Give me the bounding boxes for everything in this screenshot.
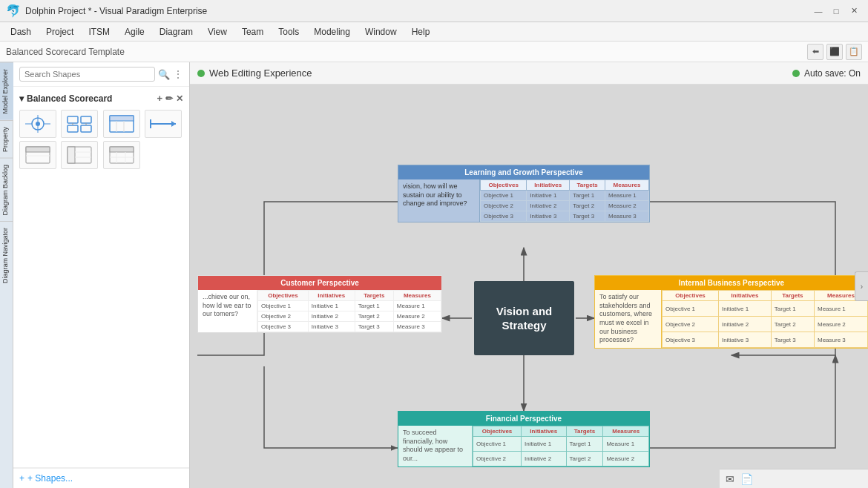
shape-item-2[interactable]	[61, 110, 98, 138]
email-icon[interactable]: ✉	[726, 473, 734, 485]
learning-row-1: Objective 1 Initiative 1 Target 1 Measur…	[481, 191, 649, 201]
title-bar: 🐬 Dolphin Project * - Visual Paradigm En…	[0, 0, 868, 22]
customer-row-2: Objective 2 Initiative 2 Target 2 Measur…	[258, 311, 441, 322]
svg-rect-13	[110, 116, 134, 121]
svg-rect-20	[26, 147, 50, 152]
diagram-backlog-tab[interactable]: Diagram Backlog	[0, 158, 13, 222]
autosave-label: Auto save: On	[792, 68, 861, 79]
add-section-icon[interactable]: +	[157, 93, 162, 104]
internal-row-1: Objective 1 Initiative 1 Target 1 Measur…	[662, 301, 868, 317]
toolbar-btn-2[interactable]: ⬛	[826, 44, 843, 60]
shape-item-1[interactable]	[19, 110, 56, 138]
canvas-topbar: Web Editing Experience Auto save: On	[190, 62, 868, 85]
more-options-icon[interactable]: ⋮	[173, 68, 183, 80]
search-icon[interactable]: 🔍	[158, 69, 170, 80]
svg-rect-27	[110, 147, 134, 152]
shape-item-7[interactable]	[103, 141, 140, 169]
model-explorer-tab[interactable]: Model Explorer	[0, 62, 13, 120]
menu-bar: Dash Project ITSM Agile Diagram View Tea…	[0, 22, 868, 42]
customer-row-3: Objective 3 Initiative 3 Target 3 Measur…	[258, 322, 441, 332]
svg-rect-6	[68, 116, 78, 123]
shapes-header: ▾ Balanced Scorecard + ✏ ✕	[19, 90, 183, 107]
menu-item-itsm[interactable]: ITSM	[81, 24, 117, 39]
maximize-button[interactable]: □	[828, 4, 844, 18]
internal-description: To satisfy our stakeholders and customer…	[595, 290, 662, 348]
learning-col-4: Measures	[605, 180, 648, 191]
menu-item-help[interactable]: Help	[404, 24, 438, 39]
financial-description: To succeed financially, how should we ap…	[398, 426, 473, 466]
financial-row-2: Objective 2 Initiative 2 Target 2 Measur…	[473, 451, 649, 466]
menu-item-team[interactable]: Team	[234, 24, 271, 39]
green-dot-icon	[197, 70, 205, 77]
shape-item-4[interactable]	[145, 110, 182, 138]
svg-rect-8	[68, 125, 78, 132]
shape-item-6[interactable]	[61, 141, 98, 169]
menu-item-dash[interactable]: Dash	[3, 24, 39, 39]
title-text: Dolphin Project * - Visual Paradigm Ente…	[25, 6, 810, 16]
learning-col-3: Targets	[570, 180, 605, 191]
customer-perspective-box[interactable]: Customer Perspective ...chieve our on, h…	[197, 275, 442, 333]
minimize-button[interactable]: —	[810, 4, 826, 18]
learning-perspective-box[interactable]: Learning and Growth Perspective vision, …	[398, 165, 650, 222]
customer-table: Objectives Initiatives Targets Measures …	[257, 290, 441, 332]
internal-perspective-box[interactable]: Internal Business Perspective To satisfy…	[594, 275, 868, 349]
customer-row-1: Objective 1 Initiative 1 Target 1 Measur…	[258, 301, 441, 311]
toggle-icon[interactable]: ▾	[19, 93, 24, 104]
search-bar: 🔍 ⋮	[13, 62, 189, 87]
shape-grid	[19, 107, 183, 172]
property-tab[interactable]: Property	[0, 120, 13, 158]
svg-marker-17	[171, 121, 176, 127]
autosave-dot-icon	[792, 70, 800, 77]
plus-icon: +	[19, 473, 24, 484]
internal-header: Internal Business Perspective	[595, 276, 868, 290]
learning-row-3: Objective 3 Initiative 3 Target 3 Measur…	[481, 211, 649, 222]
learning-description: vision, how will we sustain our ability …	[398, 179, 480, 222]
search-input[interactable]	[19, 67, 155, 82]
export-icon[interactable]: 📄	[740, 473, 753, 485]
edit-section-icon[interactable]: ✏	[165, 93, 173, 104]
diagram-navigator-tab[interactable]: Diagram Navigator	[0, 221, 13, 289]
internal-row-2: Objective 2 Initiative 2 Target 2 Measur…	[662, 317, 868, 332]
collapse-panel-button[interactable]: ›	[855, 271, 868, 301]
svg-rect-9	[81, 125, 91, 132]
internal-row-3: Objective 3 Initiative 3 Target 3 Measur…	[662, 332, 868, 348]
customer-description: ...chieve our on, how ld we ear to our t…	[198, 290, 257, 332]
menu-item-project[interactable]: Project	[39, 24, 81, 39]
menu-item-modeling[interactable]: Modeling	[306, 24, 358, 39]
financial-row-1: Objective 1 Initiative 1 Target 1 Measur…	[473, 437, 649, 452]
financial-perspective-box[interactable]: Financial Perspective To succeed financi…	[398, 411, 650, 467]
side-tabs: Model Explorer Property Diagram Backlog …	[0, 62, 13, 488]
learning-col-1: Objectives	[481, 180, 527, 191]
close-button[interactable]: ✕	[846, 4, 862, 18]
breadcrumb: Balanced Scorecard Template	[6, 47, 125, 57]
menu-item-tools[interactable]: Tools	[271, 24, 306, 39]
menu-item-agile[interactable]: Agile	[117, 24, 152, 39]
menu-item-view[interactable]: View	[200, 24, 234, 39]
diagram-canvas[interactable]: Learning and Growth Perspective vision, …	[190, 85, 868, 488]
svg-rect-23	[68, 147, 75, 163]
web-editing-label: Web Editing Experience	[197, 67, 312, 79]
shapes-section: ▾ Balanced Scorecard + ✏ ✕	[13, 87, 189, 468]
menu-item-window[interactable]: Window	[358, 24, 404, 39]
toolbar-btn-3[interactable]: 📋	[846, 44, 862, 60]
svg-point-1	[36, 122, 40, 126]
financial-header: Financial Perspective	[398, 412, 649, 426]
toolbar-btn-1[interactable]: ⬅	[807, 44, 823, 60]
window-controls: — □ ✕	[810, 4, 862, 18]
add-shapes-label: + Shapes...	[27, 473, 73, 484]
main-layout: Model Explorer Property Diagram Backlog …	[0, 62, 868, 488]
breadcrumb-bar: Balanced Scorecard Template ⬅ ⬛ 📋	[0, 42, 868, 62]
status-bar: ✉ 📄	[720, 469, 868, 488]
learning-col-2: Initiatives	[527, 180, 570, 191]
close-section-icon[interactable]: ✕	[176, 93, 183, 104]
learning-table: Objectives Initiatives Targets Measures …	[480, 179, 649, 222]
add-shapes-button[interactable]: + + Shapes...	[13, 468, 189, 488]
shape-item-5[interactable]	[19, 141, 56, 169]
shape-item-3[interactable]	[103, 110, 140, 138]
svg-rect-7	[81, 116, 91, 123]
learning-row-2: Objective 2 Initiative 2 Target 2 Measur…	[481, 201, 649, 211]
vision-strategy-box[interactable]: Vision and Strategy	[474, 281, 574, 355]
menu-item-diagram[interactable]: Diagram	[152, 24, 200, 39]
canvas-area: Web Editing Experience Auto save: On	[190, 62, 868, 488]
learning-header: Learning and Growth Perspective	[398, 165, 649, 179]
